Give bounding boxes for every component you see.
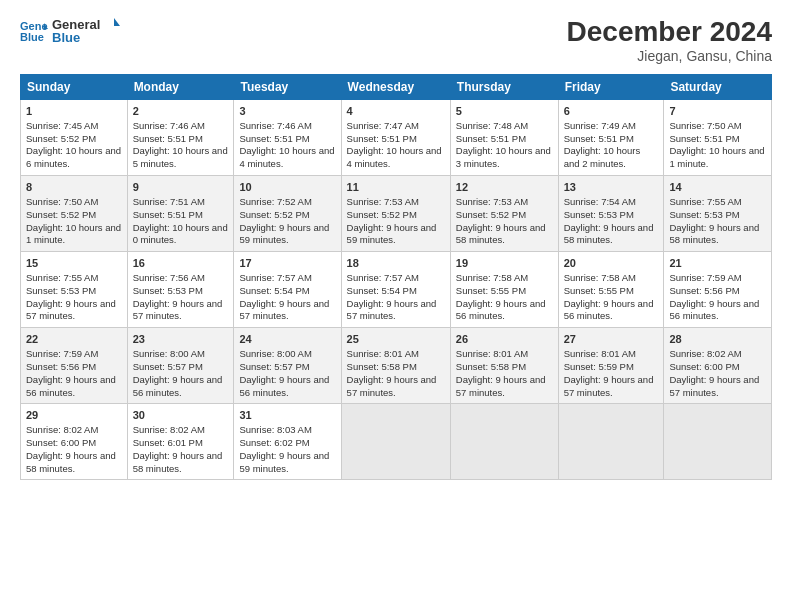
sunset-label: Sunset: 6:00 PM xyxy=(26,437,96,448)
sunrise-label: Sunrise: 8:00 AM xyxy=(133,348,205,359)
calendar-cell: 6 Sunrise: 7:49 AM Sunset: 5:51 PM Dayli… xyxy=(558,100,664,176)
sunrise-label: Sunrise: 7:55 AM xyxy=(669,196,741,207)
sunset-label: Sunset: 5:52 PM xyxy=(456,209,526,220)
calendar-cell: 8 Sunrise: 7:50 AM Sunset: 5:52 PM Dayli… xyxy=(21,176,128,252)
calendar-cell xyxy=(450,404,558,480)
sunset-label: Sunset: 5:57 PM xyxy=(239,361,309,372)
sunrise-label: Sunrise: 8:02 AM xyxy=(669,348,741,359)
calendar-cell: 11 Sunrise: 7:53 AM Sunset: 5:52 PM Dayl… xyxy=(341,176,450,252)
svg-marker-5 xyxy=(114,18,120,26)
day-number: 9 xyxy=(133,180,229,195)
logo-icon: General Blue xyxy=(20,19,48,43)
day-number: 15 xyxy=(26,256,122,271)
day-number: 17 xyxy=(239,256,335,271)
sunset-label: Sunset: 5:53 PM xyxy=(564,209,634,220)
sunset-label: Sunset: 5:53 PM xyxy=(133,285,203,296)
sunrise-label: Sunrise: 7:58 AM xyxy=(456,272,528,283)
sunrise-label: Sunrise: 7:57 AM xyxy=(347,272,419,283)
weekday-wed: Wednesday xyxy=(341,75,450,100)
svg-text:Blue: Blue xyxy=(20,31,44,43)
day-number: 7 xyxy=(669,104,766,119)
sunset-label: Sunset: 5:52 PM xyxy=(26,209,96,220)
sunrise-label: Sunrise: 7:59 AM xyxy=(26,348,98,359)
sunset-label: Sunset: 5:53 PM xyxy=(26,285,96,296)
daylight-label: Daylight: 10 hours and 6 minutes. xyxy=(26,145,121,169)
daylight-label: Daylight: 9 hours and 58 minutes. xyxy=(26,450,116,474)
day-number: 22 xyxy=(26,332,122,347)
calendar-cell: 27 Sunrise: 8:01 AM Sunset: 5:59 PM Dayl… xyxy=(558,328,664,404)
daylight-label: Daylight: 9 hours and 58 minutes. xyxy=(669,222,759,246)
calendar-week-row: 22 Sunrise: 7:59 AM Sunset: 5:56 PM Dayl… xyxy=(21,328,772,404)
day-number: 11 xyxy=(347,180,445,195)
calendar-cell: 7 Sunrise: 7:50 AM Sunset: 5:51 PM Dayli… xyxy=(664,100,772,176)
sunset-label: Sunset: 5:51 PM xyxy=(133,133,203,144)
sunset-label: Sunset: 5:52 PM xyxy=(26,133,96,144)
daylight-label: Daylight: 9 hours and 59 minutes. xyxy=(239,222,329,246)
calendar-cell: 31 Sunrise: 8:03 AM Sunset: 6:02 PM Dayl… xyxy=(234,404,341,480)
sunrise-label: Sunrise: 7:49 AM xyxy=(564,120,636,131)
calendar-cell: 1 Sunrise: 7:45 AM Sunset: 5:52 PM Dayli… xyxy=(21,100,128,176)
daylight-label: Daylight: 9 hours and 57 minutes. xyxy=(239,298,329,322)
sunrise-label: Sunrise: 7:59 AM xyxy=(669,272,741,283)
daylight-label: Daylight: 9 hours and 57 minutes. xyxy=(456,374,546,398)
calendar-cell: 2 Sunrise: 7:46 AM Sunset: 5:51 PM Dayli… xyxy=(127,100,234,176)
day-number: 2 xyxy=(133,104,229,119)
sunrise-label: Sunrise: 7:46 AM xyxy=(133,120,205,131)
title-block: December 2024 Jiegan, Gansu, China xyxy=(567,16,772,64)
day-number: 1 xyxy=(26,104,122,119)
sunset-label: Sunset: 6:00 PM xyxy=(669,361,739,372)
sunrise-label: Sunrise: 7:46 AM xyxy=(239,120,311,131)
calendar-cell: 25 Sunrise: 8:01 AM Sunset: 5:58 PM Dayl… xyxy=(341,328,450,404)
logo: General Blue General Blue xyxy=(20,16,122,46)
sunset-label: Sunset: 5:54 PM xyxy=(239,285,309,296)
sunset-label: Sunset: 6:02 PM xyxy=(239,437,309,448)
calendar-cell: 10 Sunrise: 7:52 AM Sunset: 5:52 PM Dayl… xyxy=(234,176,341,252)
sunrise-label: Sunrise: 7:57 AM xyxy=(239,272,311,283)
daylight-label: Daylight: 10 hours and 3 minutes. xyxy=(456,145,551,169)
daylight-label: Daylight: 9 hours and 56 minutes. xyxy=(669,298,759,322)
sunrise-label: Sunrise: 7:58 AM xyxy=(564,272,636,283)
day-number: 18 xyxy=(347,256,445,271)
day-number: 23 xyxy=(133,332,229,347)
daylight-label: Daylight: 9 hours and 56 minutes. xyxy=(456,298,546,322)
sunrise-label: Sunrise: 7:55 AM xyxy=(26,272,98,283)
calendar-week-row: 8 Sunrise: 7:50 AM Sunset: 5:52 PM Dayli… xyxy=(21,176,772,252)
day-number: 12 xyxy=(456,180,553,195)
calendar-cell: 14 Sunrise: 7:55 AM Sunset: 5:53 PM Dayl… xyxy=(664,176,772,252)
calendar-subtitle: Jiegan, Gansu, China xyxy=(567,48,772,64)
weekday-tue: Tuesday xyxy=(234,75,341,100)
calendar-cell: 13 Sunrise: 7:54 AM Sunset: 5:53 PM Dayl… xyxy=(558,176,664,252)
sunrise-label: Sunrise: 7:56 AM xyxy=(133,272,205,283)
calendar-cell: 23 Sunrise: 8:00 AM Sunset: 5:57 PM Dayl… xyxy=(127,328,234,404)
sunrise-label: Sunrise: 8:03 AM xyxy=(239,424,311,435)
sunrise-label: Sunrise: 8:01 AM xyxy=(456,348,528,359)
sunset-label: Sunset: 5:59 PM xyxy=(564,361,634,372)
daylight-label: Daylight: 10 hours and 4 minutes. xyxy=(239,145,334,169)
header: General Blue General Blue December 2024 … xyxy=(20,16,772,64)
daylight-label: Daylight: 9 hours and 59 minutes. xyxy=(347,222,437,246)
day-number: 24 xyxy=(239,332,335,347)
sunrise-label: Sunrise: 8:00 AM xyxy=(239,348,311,359)
daylight-label: Daylight: 9 hours and 56 minutes. xyxy=(133,374,223,398)
daylight-label: Daylight: 9 hours and 57 minutes. xyxy=(26,298,116,322)
day-number: 29 xyxy=(26,408,122,423)
sunset-label: Sunset: 5:56 PM xyxy=(669,285,739,296)
calendar-cell: 19 Sunrise: 7:58 AM Sunset: 5:55 PM Dayl… xyxy=(450,252,558,328)
sunset-label: Sunset: 5:51 PM xyxy=(564,133,634,144)
daylight-label: Daylight: 9 hours and 58 minutes. xyxy=(564,222,654,246)
sunrise-label: Sunrise: 7:45 AM xyxy=(26,120,98,131)
daylight-label: Daylight: 9 hours and 57 minutes. xyxy=(564,374,654,398)
sunrise-label: Sunrise: 7:52 AM xyxy=(239,196,311,207)
daylight-label: Daylight: 10 hours and 1 minute. xyxy=(26,222,121,246)
daylight-label: Daylight: 9 hours and 57 minutes. xyxy=(347,298,437,322)
calendar-week-row: 29 Sunrise: 8:02 AM Sunset: 6:00 PM Dayl… xyxy=(21,404,772,480)
daylight-label: Daylight: 10 hours and 4 minutes. xyxy=(347,145,442,169)
calendar-cell: 18 Sunrise: 7:57 AM Sunset: 5:54 PM Dayl… xyxy=(341,252,450,328)
page: General Blue General Blue December 2024 … xyxy=(0,0,792,612)
sunset-label: Sunset: 5:54 PM xyxy=(347,285,417,296)
sunset-label: Sunset: 5:51 PM xyxy=(239,133,309,144)
daylight-label: Daylight: 10 hours and 2 minutes. xyxy=(564,145,641,169)
calendar-cell: 20 Sunrise: 7:58 AM Sunset: 5:55 PM Dayl… xyxy=(558,252,664,328)
calendar-title: December 2024 xyxy=(567,16,772,48)
daylight-label: Daylight: 9 hours and 57 minutes. xyxy=(133,298,223,322)
